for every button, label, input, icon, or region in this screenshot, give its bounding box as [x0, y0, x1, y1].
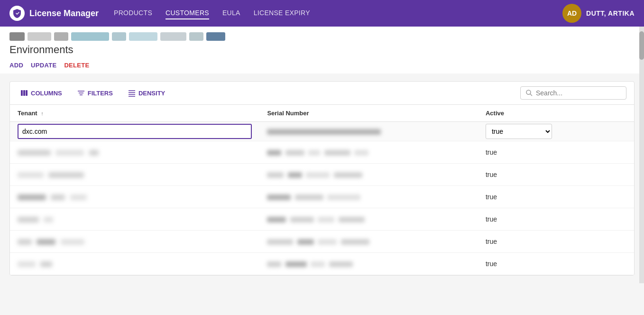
- header-serial[interactable]: Serial Number: [259, 105, 478, 122]
- shield-icon: [12, 9, 22, 18]
- breadcrumb-5: [160, 32, 186, 41]
- brand: License Manager: [9, 6, 99, 21]
- nav-eula[interactable]: EULA: [222, 7, 240, 19]
- nav-license-expiry[interactable]: LICENSE EXPIRY: [254, 7, 310, 19]
- breadcrumb-icon: [9, 32, 25, 41]
- edit-tenant-cell[interactable]: [10, 122, 259, 141]
- page-title: Environments: [9, 44, 635, 56]
- navbar: License Manager PRODUCTS CUSTOMERS EULA …: [0, 0, 644, 27]
- brand-label: License Manager: [29, 9, 99, 19]
- table-row[interactable]: true: [10, 231, 634, 253]
- tenant-cell: [10, 231, 259, 253]
- svg-point-10: [526, 90, 531, 94]
- svg-rect-0: [21, 90, 23, 96]
- columns-icon: [20, 89, 28, 97]
- serial-cell: [259, 141, 478, 164]
- search-icon: [525, 89, 533, 97]
- header-active[interactable]: Active: [478, 105, 634, 122]
- nav-links: PRODUCTS CUSTOMERS EULA LICENSE EXPIRY: [114, 7, 547, 19]
- tenant-cell: [10, 186, 259, 208]
- tenant-input[interactable]: [18, 124, 252, 139]
- search-box[interactable]: [520, 86, 626, 100]
- tenant-cell: [10, 253, 259, 275]
- active-cell: true: [478, 208, 634, 231]
- active-cell: true: [478, 231, 634, 253]
- search-input[interactable]: [536, 89, 621, 97]
- breadcrumb: [9, 32, 635, 41]
- delete-button[interactable]: DELETE: [64, 61, 89, 70]
- tenant-cell: [10, 141, 259, 164]
- tenant-cell: [10, 164, 259, 186]
- svg-rect-2: [26, 90, 28, 96]
- user-menu[interactable]: AD DUTT, ARTIKA: [562, 4, 635, 23]
- breadcrumb-7: [206, 32, 225, 41]
- action-bar: ADD UPDATE DELETE: [9, 58, 635, 70]
- edit-serial-cell: [259, 122, 478, 141]
- columns-button[interactable]: COLUMNS: [18, 87, 65, 99]
- serial-cell: [259, 231, 478, 253]
- grid-toolbar: COLUMNS FILTERS DENSITY: [10, 82, 634, 105]
- scrollbar-track[interactable]: [639, 27, 644, 283]
- breadcrumb-6: [189, 32, 203, 41]
- filters-icon: [77, 89, 85, 97]
- table-row[interactable]: true: [10, 208, 634, 231]
- add-button[interactable]: ADD: [9, 61, 23, 70]
- table-row[interactable]: true: [10, 164, 634, 186]
- breadcrumb-4: [129, 32, 157, 41]
- environments-table: Tenant ↑ Serial Number Active true: [10, 105, 634, 275]
- serial-cell: [259, 253, 478, 275]
- username: DUTT, ARTIKA: [586, 9, 635, 17]
- brand-icon: [9, 6, 25, 21]
- active-cell: true: [478, 253, 634, 275]
- table-row[interactable]: true: [10, 141, 634, 164]
- density-button[interactable]: DENSITY: [125, 87, 168, 99]
- serial-cell: [259, 164, 478, 186]
- data-grid: COLUMNS FILTERS DENSITY: [9, 81, 635, 276]
- header-tenant[interactable]: Tenant ↑: [10, 105, 259, 122]
- filters-button[interactable]: FILTERS: [74, 87, 116, 99]
- svg-line-11: [530, 94, 532, 96]
- page-header: Environments ADD UPDATE DELETE: [0, 27, 644, 74]
- breadcrumb-3: [112, 32, 126, 41]
- breadcrumb-2: [71, 32, 109, 41]
- serial-cell: [259, 208, 478, 231]
- edit-active-cell[interactable]: true false: [478, 122, 634, 141]
- nav-customers[interactable]: CUSTOMERS: [166, 7, 209, 19]
- update-button[interactable]: UPDATE: [31, 61, 56, 70]
- breadcrumb-sep: [54, 32, 68, 41]
- scrollbar-thumb[interactable]: [639, 31, 644, 60]
- table-header-row: Tenant ↑ Serial Number Active: [10, 105, 634, 122]
- serial-cell: [259, 186, 478, 208]
- svg-rect-1: [23, 90, 25, 96]
- table-row[interactable]: true: [10, 186, 634, 208]
- breadcrumb-1: [28, 32, 51, 41]
- active-cell: true: [478, 186, 634, 208]
- density-icon: [128, 89, 136, 97]
- sort-asc-icon: ↑: [41, 111, 44, 116]
- table-row[interactable]: true: [10, 253, 634, 275]
- tenant-cell: [10, 208, 259, 231]
- active-select[interactable]: true false: [486, 124, 552, 139]
- table-row-editing: true false: [10, 122, 634, 141]
- avatar: AD: [562, 4, 581, 23]
- active-cell: true: [478, 141, 634, 164]
- nav-products[interactable]: PRODUCTS: [114, 7, 152, 19]
- active-cell: true: [478, 164, 634, 186]
